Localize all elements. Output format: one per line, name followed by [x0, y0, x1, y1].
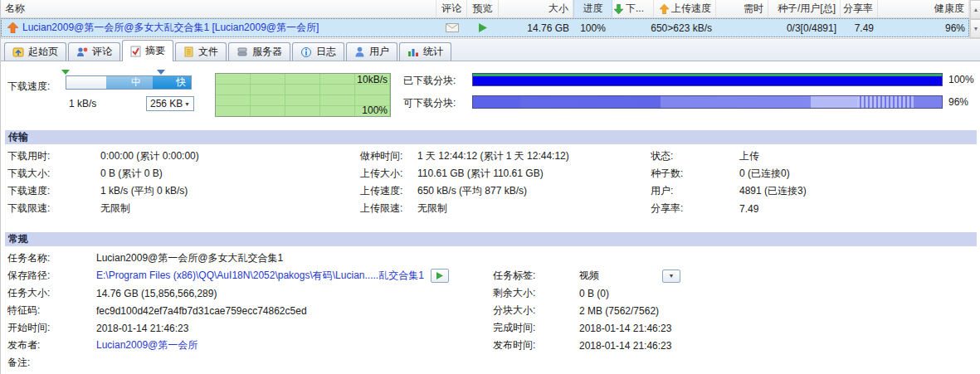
transfer-row: 下载限速: 无限制 上传限速: 无限制 分享率: 7.49	[1, 200, 980, 217]
summary-panel: 下载速度: 中 快 1 kB/s 256 KB▼ 10kB/s 100% 已下载…	[1, 61, 980, 374]
downloaded-pieces-bar	[472, 73, 943, 86]
task-upload-speed: 650>623 kB/s	[612, 22, 716, 34]
publisher-link[interactable]: Lucian2009@第一会所	[96, 338, 197, 352]
field-label: 状态:	[651, 149, 739, 163]
column-header-health[interactable]: 健康度	[878, 0, 969, 17]
column-header-comments[interactable]: 评论	[436, 0, 467, 17]
chevron-down-icon: ▼	[184, 101, 190, 107]
tab-comments[interactable]: 评论	[68, 42, 120, 61]
speed-graph: 10kB/s 100%	[215, 73, 391, 117]
general-section-header: 常规	[5, 232, 977, 246]
save-path-link[interactable]: E:\Program Files (x86)\QQ\AuI18N\2052\pa…	[96, 269, 424, 283]
field-value: 0 B (累计 0 B)	[100, 167, 360, 181]
server-icon	[236, 46, 248, 57]
graph-availability-label: 100%	[362, 104, 388, 116]
field-value: 无限制	[417, 202, 651, 216]
speed-limit-slider[interactable]: 中 快	[66, 75, 192, 90]
column-header-size[interactable]: 大小	[499, 0, 573, 17]
summary-check-icon	[130, 46, 141, 57]
field-value: 无限制	[100, 202, 360, 216]
availability-stripes	[857, 96, 914, 108]
speed-limit-dropdown[interactable]: 256 KB▼	[146, 96, 194, 111]
tab-statistics[interactable]: 统计	[399, 42, 451, 61]
peer-user-icon	[354, 46, 365, 57]
task-comments-cell[interactable]	[436, 23, 467, 32]
task-name: Lucian2009@第一会所@多女大乱交合集1 [Lucian2009@第一会…	[22, 21, 319, 35]
infohash-value: fec9d100d42ef7a4fb7d31cae759ecc74862c5ed	[96, 305, 307, 317]
field-label: 种子数:	[651, 167, 739, 181]
column-header-upload-speed[interactable]: 上传速度	[654, 0, 716, 17]
general-row: 备注:	[1, 354, 980, 372]
tab-log[interactable]: 日志	[292, 42, 344, 61]
task-row-selected[interactable]: Lucian2009@第一会所@多女大乱交合集1 [Lucian2009@第一会…	[1, 18, 969, 37]
download-speed-label: 下载速度:	[7, 80, 50, 94]
tab-start-page[interactable]: 起始页	[4, 42, 66, 61]
column-header-share-ratio[interactable]: 分享率	[841, 0, 878, 17]
field-label: 下载限速:	[7, 202, 100, 216]
scroll-down-button[interactable]: ▼	[970, 19, 980, 38]
column-header-download-speed[interactable]: 下...	[612, 0, 654, 17]
task-preview-cell[interactable]	[467, 23, 499, 32]
slider-marker-current[interactable]	[61, 70, 70, 75]
envelope-icon	[446, 23, 459, 32]
bitcomet-window: 名称 评论 预览 大小 进度 下... 上传速度 需时 种子/用户[总] 分享率…	[0, 0, 980, 374]
column-header-name[interactable]: 名称	[1, 0, 436, 17]
scroll-up-button[interactable]: ▲	[970, 0, 980, 19]
field-label: 剩余大小:	[493, 286, 579, 300]
field-label: 保存路径:	[7, 269, 96, 283]
down-arrow-icon	[614, 4, 623, 14]
slider-marker-limit[interactable]	[157, 70, 165, 75]
task-name-cell: Lucian2009@第一会所@多女大乱交合集1 [Lucian2009@第一会…	[1, 21, 436, 35]
task-tag-value: 视频	[579, 269, 599, 283]
column-header-preview[interactable]: 预览	[467, 0, 499, 17]
field-label: 分享率:	[651, 202, 739, 216]
column-header-progress[interactable]: 进度	[573, 0, 612, 17]
field-label: 下载速度:	[7, 184, 100, 198]
tab-summary[interactable]: 摘要	[122, 40, 173, 61]
chevron-down-icon: ▼	[669, 273, 675, 279]
column-header-eta[interactable]: 需时	[716, 0, 768, 17]
transfer-row: 下载速度: 1 kB/s (平均 0 kB/s) 上传速度: 650 kB/s …	[1, 182, 980, 200]
field-label: 上传速度:	[360, 184, 417, 198]
field-value: 2018-01-14 21:46:23	[579, 323, 671, 334]
field-label: 完成时间:	[493, 321, 579, 335]
field-label: 开始时间:	[7, 321, 96, 335]
info-icon	[300, 46, 312, 58]
field-label: 上传限速:	[360, 202, 417, 216]
field-label: 任务标签:	[493, 269, 579, 283]
field-value: 1 天 12:44:12 (累计 1 天 12:44:12)	[417, 149, 651, 163]
task-list-header: 名称 评论 预览 大小 进度 下... 上传速度 需时 种子/用户[总] 分享率…	[1, 0, 969, 18]
field-label: 任务名称:	[7, 251, 96, 265]
available-pieces-bar	[472, 95, 943, 109]
seeding-up-arrow-icon	[7, 22, 18, 33]
downloaded-pieces-percent: 100%	[948, 74, 974, 85]
column-header-seeds-users[interactable]: 种子/用户[总]	[768, 0, 841, 17]
field-value: 110.61 GB (累计 110.61 GB)	[417, 167, 651, 181]
field-label: 上传大小:	[360, 167, 417, 181]
field-label: 用户:	[651, 184, 739, 198]
list-scrollbar[interactable]: ▲ ▼	[969, 0, 980, 38]
tab-bar: 起始页 评论 摘要 文件 服务器 日志 用户 统计	[1, 39, 980, 61]
task-size: 14.76 GB	[499, 22, 573, 34]
field-value: 0:00:00 (累计 0:00:00)	[100, 149, 360, 163]
general-row: 开始时间: 2018-01-14 21:46:23 完成时间: 2018-01-…	[1, 319, 980, 337]
field-value: 14.76 GB (15,856,566,289)	[96, 288, 217, 299]
field-label: 任务大小:	[7, 286, 96, 300]
general-row: 任务名称: Lucian2009@第一会所@多女大乱交合集1	[1, 250, 980, 267]
slider-segment-fast[interactable]: 快	[153, 76, 191, 89]
tag-dropdown-button[interactable]: ▼	[662, 270, 680, 283]
task-progress: 100%	[573, 22, 612, 34]
files-icon	[183, 46, 194, 57]
general-row: 特征码: fec9d100d42ef7a4fb7d31cae759ecc7486…	[1, 302, 980, 319]
tab-peers[interactable]: 用户	[346, 42, 397, 61]
tab-servers[interactable]: 服务器	[228, 42, 290, 61]
slider-segment-medium[interactable]: 中	[106, 76, 153, 89]
tab-files[interactable]: 文件	[175, 42, 227, 61]
stats-chart-icon	[407, 46, 419, 57]
transfer-row: 下载大小: 0 B (累计 0 B) 上传大小: 110.61 GB (累计 1…	[1, 165, 980, 182]
slider-segment-slow[interactable]	[66, 76, 106, 89]
transfer-section-header: 传输	[5, 130, 977, 144]
open-folder-button[interactable]	[431, 269, 449, 283]
downloaded-pieces-label: 已下载分块:	[403, 74, 456, 88]
field-value: 上传	[739, 149, 980, 163]
